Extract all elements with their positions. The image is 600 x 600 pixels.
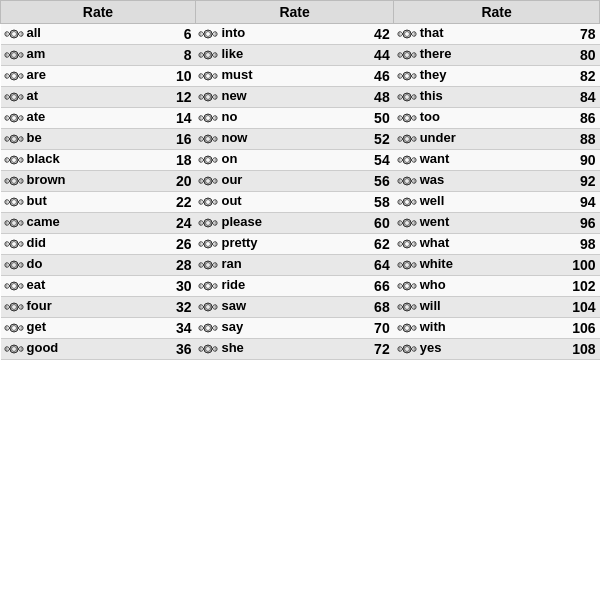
candy-icon	[197, 277, 219, 295]
num-cell-col2: 42	[346, 24, 393, 45]
svg-point-349	[19, 202, 20, 203]
svg-point-145	[208, 100, 209, 101]
svg-point-218	[6, 138, 7, 139]
svg-point-183	[206, 116, 211, 121]
svg-point-24	[202, 34, 203, 35]
svg-point-566	[205, 308, 206, 309]
svg-point-347	[21, 201, 22, 202]
svg-point-226	[208, 135, 209, 136]
svg-point-207	[414, 117, 415, 118]
svg-point-254	[13, 156, 14, 157]
svg-point-486	[202, 265, 203, 266]
svg-point-512	[6, 285, 7, 286]
svg-point-639	[6, 350, 7, 351]
svg-point-261	[6, 161, 7, 162]
svg-point-120	[399, 75, 400, 76]
svg-point-479	[211, 262, 212, 263]
candy-icon	[197, 109, 219, 127]
svg-point-152	[215, 98, 216, 99]
word-cell-col3: what	[394, 234, 535, 255]
svg-point-547	[11, 305, 16, 310]
svg-point-303	[6, 182, 7, 183]
svg-point-50	[6, 54, 7, 55]
candy-icon	[3, 172, 25, 190]
svg-point-128	[13, 93, 14, 94]
svg-point-150	[202, 97, 203, 98]
svg-point-162	[399, 96, 400, 97]
svg-point-482	[205, 266, 206, 267]
num-cell-col1: 36	[148, 339, 195, 360]
svg-point-491	[404, 263, 409, 268]
table-row: eat30 ride66	[1, 276, 600, 297]
svg-point-635	[13, 352, 14, 353]
svg-point-95	[21, 75, 22, 76]
candy-icon	[3, 277, 25, 295]
svg-point-657	[214, 349, 215, 350]
svg-point-9	[6, 35, 7, 36]
candy-icon	[197, 256, 219, 274]
svg-point-233	[200, 140, 201, 141]
svg-point-359	[200, 203, 201, 204]
word-cell-col1: do	[1, 255, 148, 276]
num-cell-col2: 60	[346, 213, 393, 234]
num-cell-col2: 70	[346, 318, 393, 339]
svg-point-651	[205, 346, 206, 347]
svg-point-334	[414, 182, 415, 183]
svg-point-351	[206, 200, 211, 205]
svg-point-96	[21, 77, 22, 78]
svg-point-338	[13, 198, 14, 199]
svg-point-277	[215, 159, 216, 160]
num-cell-col3: 88	[535, 129, 600, 150]
svg-point-57	[206, 53, 211, 58]
svg-point-118	[403, 77, 404, 78]
svg-point-187	[208, 121, 209, 122]
word-cell-col1: are	[1, 66, 148, 87]
num-cell-col2: 52	[346, 129, 393, 150]
candy-icon	[197, 172, 219, 190]
svg-point-129	[16, 94, 17, 95]
svg-point-397	[208, 226, 209, 227]
word-cell-col1: came	[1, 213, 148, 234]
svg-point-273	[205, 157, 206, 158]
svg-point-176	[6, 117, 7, 118]
svg-point-562	[208, 303, 209, 304]
svg-point-307	[19, 181, 20, 182]
candy-icon	[3, 214, 25, 232]
word-cell-col2: out	[195, 192, 346, 213]
svg-point-442	[200, 243, 201, 244]
svg-point-450	[406, 240, 407, 241]
svg-point-535	[409, 283, 410, 284]
num-cell-col3: 108	[535, 339, 600, 360]
svg-point-275	[200, 161, 201, 162]
word-cell-col1: black	[1, 150, 148, 171]
svg-point-298	[16, 182, 17, 183]
svg-point-428	[6, 243, 7, 244]
svg-point-633	[16, 346, 17, 347]
svg-point-455	[403, 241, 404, 242]
num-cell-col3: 98	[535, 234, 600, 255]
word-label: no	[221, 109, 237, 124]
svg-point-17	[211, 31, 212, 32]
svg-point-117	[406, 79, 407, 80]
svg-point-228	[211, 140, 212, 141]
svg-point-181	[19, 118, 20, 119]
svg-point-488	[215, 266, 216, 267]
table-row: brown20 our56	[1, 171, 600, 192]
svg-point-374	[400, 202, 401, 203]
svg-point-227	[211, 136, 212, 137]
svg-point-659	[404, 347, 409, 352]
svg-point-85	[11, 74, 16, 79]
word-cell-col3: too	[394, 108, 535, 129]
svg-point-495	[406, 268, 407, 269]
word-label: she	[221, 340, 243, 355]
svg-point-481	[208, 268, 209, 269]
svg-point-229	[208, 142, 209, 143]
svg-point-23	[200, 35, 201, 36]
svg-point-409	[409, 220, 410, 221]
svg-point-585	[414, 306, 415, 307]
num-cell-col3: 82	[535, 66, 600, 87]
word-cell-col2: she	[195, 339, 346, 360]
candy-icon	[396, 214, 418, 232]
num-cell-col2: 58	[346, 192, 393, 213]
word-label: am	[27, 46, 46, 61]
